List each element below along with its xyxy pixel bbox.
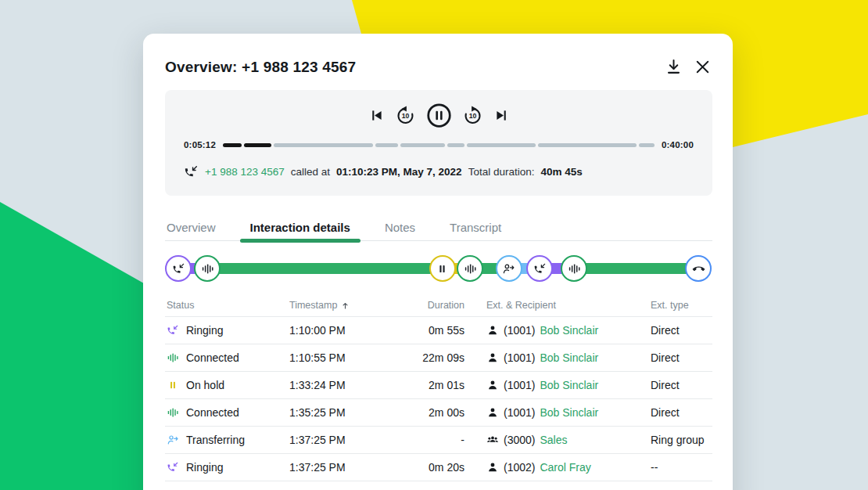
ext-type-cell: Direct	[651, 379, 711, 391]
status-label: Ringing	[186, 324, 223, 337]
modal-title: Overview: +1 988 123 4567	[165, 59, 356, 76]
sort-ascending-icon	[340, 301, 350, 311]
phone-end-icon	[692, 262, 705, 276]
seekbar-segment-remaining	[639, 143, 655, 147]
timeline-event-waveform[interactable]	[194, 255, 221, 282]
recipient-cell: (1001)Bob Sinclair	[464, 324, 651, 337]
column-header-timestamp[interactable]: Timestamp	[289, 300, 408, 311]
skip-next-icon	[493, 107, 510, 124]
ext-type-cell: Direct	[651, 324, 711, 337]
duration-cell: 0m 55s	[408, 324, 464, 337]
person-icon	[486, 379, 499, 391]
timestamp-cell: 1:37:25 PM	[289, 461, 408, 474]
tab-label: Interaction details	[250, 221, 350, 234]
pause-circle-icon	[426, 103, 452, 128]
timeline-event-waveform[interactable]	[457, 255, 483, 282]
column-header-label: Ext. & Recipient	[486, 300, 556, 311]
playback-controls: 1010	[184, 100, 694, 130]
replay-10-button[interactable]: 10	[395, 105, 416, 126]
tab-notes[interactable]: Notes	[385, 214, 415, 240]
person-icon	[486, 406, 499, 419]
download-button[interactable]	[664, 57, 683, 77]
seekbar-segment-played	[244, 143, 271, 147]
duration-cell: 22m 09s	[408, 351, 464, 364]
table-row[interactable]: Ringing1:37:25 PM0m 20s(1002)Carol Fray-…	[165, 454, 712, 481]
group-icon	[486, 434, 499, 446]
phone-incoming-icon	[167, 461, 179, 474]
status-cell: Connected	[167, 351, 289, 364]
extension-number: (3000)	[504, 434, 535, 446]
table-row[interactable]: Connected1:10:55 PM22m 09s(1001)Bob Sinc…	[165, 344, 712, 372]
svg-text:10: 10	[401, 112, 409, 120]
timeline-event-phone-incoming[interactable]	[526, 255, 553, 282]
waveform-icon	[201, 262, 214, 276]
progress-row: 0:05:12 0:40:00	[184, 140, 694, 150]
timeline-event-pause[interactable]	[429, 255, 456, 282]
recipient-cell: (1001)Bob Sinclair	[464, 351, 651, 364]
ext-type-cell: Direct	[651, 351, 711, 364]
tab-bar: OverviewInteraction detailsNotesTranscri…	[165, 214, 712, 241]
table-row[interactable]: Connected1:35:25 PM2m 00s(1001)Bob Sincl…	[165, 399, 712, 427]
ext-type-cell: --	[651, 461, 711, 474]
download-icon	[664, 57, 683, 77]
seekbar-segment-remaining	[400, 143, 444, 147]
recipient-name[interactable]: Sales	[540, 434, 567, 446]
called-at-value: 01:10:23 PM, May 7, 2022	[336, 166, 462, 178]
seekbar-segment-remaining	[467, 143, 535, 147]
tab-transcript[interactable]: Transcript	[450, 214, 501, 240]
timeline-event-phone-incoming[interactable]	[165, 255, 192, 282]
duration-cell: -	[408, 434, 464, 446]
column-header-duration[interactable]: Duration	[408, 300, 464, 311]
forward-10-button[interactable]: 10	[462, 105, 483, 126]
status-label: Connected	[186, 351, 239, 364]
person-icon	[486, 351, 499, 364]
table-row[interactable]: Transferring1:37:25 PM-(3000)SalesRing g…	[165, 427, 712, 454]
column-header-ext-recipient[interactable]: Ext. & Recipient	[464, 300, 651, 311]
column-header-label: Duration	[428, 300, 464, 311]
call-overview-modal: Overview: +1 988 123 4567 1010 0:05:12 0…	[143, 34, 733, 490]
tab-label: Overview	[167, 221, 216, 234]
pause-button[interactable]	[426, 103, 452, 128]
table-row[interactable]: Ringing1:10:00 PM0m 55s(1001)Bob Sinclai…	[165, 317, 712, 344]
skip-previous-icon	[368, 107, 385, 124]
modal-header: Overview: +1 988 123 4567	[165, 57, 712, 77]
skip-next-button[interactable]	[493, 107, 510, 124]
timeline-event-person-arrow[interactable]	[496, 255, 522, 282]
waveform-icon	[464, 262, 477, 276]
recipient-cell: (1001)Bob Sinclair	[464, 379, 651, 391]
extension-number: (1001)	[504, 379, 535, 391]
column-header-ext-type[interactable]: Ext. type	[651, 300, 711, 311]
tab-overview[interactable]: Overview	[167, 214, 216, 240]
interaction-table: StatusTimestampDurationExt. & RecipientE…	[165, 294, 712, 481]
interaction-timeline	[165, 254, 712, 283]
timestamp-cell: 1:33:24 PM	[289, 379, 408, 391]
recipient-name[interactable]: Bob Sinclair	[540, 351, 598, 364]
waveform-icon	[167, 351, 179, 364]
close-button[interactable]	[693, 57, 712, 77]
table-row[interactable]: On hold1:33:24 PM2m 01s(1001)Bob Sinclai…	[165, 372, 712, 399]
seekbar-segment-remaining	[447, 143, 464, 147]
recipient-name[interactable]: Carol Fray	[540, 461, 590, 474]
column-header-status[interactable]: Status	[167, 300, 289, 311]
timeline-event-phone-end[interactable]	[685, 255, 712, 282]
close-icon	[693, 57, 712, 77]
recipient-name[interactable]: Bob Sinclair	[540, 406, 598, 419]
ext-type-cell: Ring group	[651, 434, 711, 446]
timeline-event-waveform[interactable]	[561, 255, 587, 282]
timestamp-cell: 1:37:25 PM	[289, 434, 408, 446]
recipient-name[interactable]: Bob Sinclair	[540, 379, 598, 391]
status-cell: Transferring	[167, 434, 289, 446]
skip-previous-button[interactable]	[368, 107, 385, 124]
duration-cell: 0m 20s	[408, 461, 464, 474]
seekbar[interactable]	[223, 143, 655, 147]
recipient-name[interactable]: Bob Sinclair	[540, 324, 598, 337]
person-arrow-icon	[502, 262, 515, 276]
timeline-segment-green	[207, 263, 443, 274]
phone-incoming-icon	[167, 324, 179, 337]
extension-number: (1001)	[504, 351, 535, 364]
replay-10-icon: 10	[395, 105, 416, 126]
column-header-label: Status	[167, 300, 194, 311]
tab-interaction-details[interactable]: Interaction details	[250, 214, 350, 240]
timestamp-cell: 1:10:00 PM	[289, 324, 408, 337]
active-tab-underline	[240, 239, 360, 243]
